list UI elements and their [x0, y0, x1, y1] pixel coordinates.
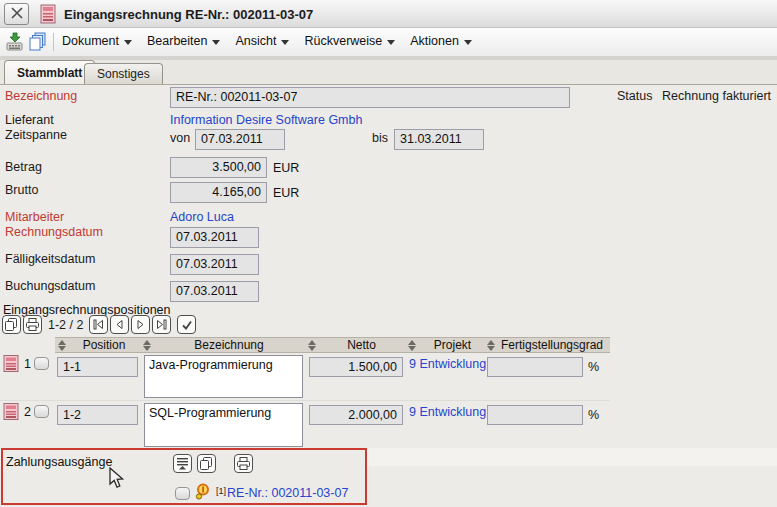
fertigstellungsgrad-field[interactable] [487, 357, 583, 377]
toolbar-divider [53, 33, 54, 51]
betrag-label: Betrag [5, 160, 42, 174]
reference-count: [1] [216, 486, 226, 496]
zahlungsausgang-link[interactable]: RE-Nr.: 002011-03-07 [227, 486, 348, 500]
zahlungsausgaenge-toolbar [173, 454, 253, 473]
position-field[interactable]: 1-1 [57, 357, 138, 377]
chevron-down-icon [464, 40, 472, 45]
copy-icon [200, 457, 213, 470]
last-page-button[interactable] [152, 315, 171, 334]
lieferant-link[interactable]: Information Desire Software Gmbh [170, 113, 362, 127]
column-header-projekt-label: Projekt [420, 338, 485, 352]
sort-icon[interactable] [487, 340, 495, 351]
projekt-link[interactable]: 9 Entwicklung [409, 357, 486, 371]
menu-rueckverweise-label: Rückverweise [304, 34, 382, 48]
close-button[interactable] [4, 3, 29, 25]
pager-range: 1-2 / 2 [48, 318, 83, 332]
row-number: 1 [24, 357, 31, 371]
von-date-field[interactable]: 07.03.2011 [195, 129, 285, 150]
brutto-label: Brutto [5, 183, 38, 197]
sort-icon[interactable] [58, 340, 66, 351]
apply-button[interactable] [177, 315, 196, 334]
chevron-down-icon [212, 40, 220, 45]
menu-bearbeiten[interactable]: Bearbeiten [147, 34, 220, 48]
rechnungsdatum-label: Rechnungsdatum [5, 225, 103, 239]
brutto-currency: EUR [273, 186, 299, 200]
menu-dokument[interactable]: Dokument [62, 34, 132, 48]
column-header-fertigstellungsgrad[interactable]: Fertigstellungsgrad [487, 338, 609, 352]
new-entry-button[interactable] [173, 454, 192, 473]
betrag-field[interactable]: 3.500,00 [170, 157, 267, 178]
first-page-icon [93, 319, 104, 330]
bezeichnung-textarea[interactable]: SQL-Programmierung [144, 403, 303, 447]
menu-ansicht-label: Ansicht [235, 34, 276, 48]
invoice-icon [38, 4, 58, 27]
mouse-cursor [109, 467, 125, 492]
zahlungsausgang-entry: [1] RE-Nr.: 002011-03-07 [175, 483, 348, 503]
tab-sonstiges-label: Sonstiges [97, 67, 150, 81]
netto-field[interactable]: 1.500,00 [309, 357, 403, 377]
percent-unit: % [588, 408, 599, 422]
rechnungsdatum-field[interactable]: 07.03.2011 [170, 227, 259, 248]
tab-strip: Stammblatt Sonstiges [0, 60, 777, 85]
last-page-icon [156, 319, 167, 330]
tab-stammblatt[interactable]: Stammblatt [4, 60, 95, 84]
prev-page-icon [114, 319, 125, 330]
zahlungsausgaenge-section: Zahlungsausgänge [1, 448, 367, 505]
column-header-netto[interactable]: Netto [308, 338, 403, 352]
list-up-icon [176, 457, 189, 470]
faelligkeitsdatum-field[interactable]: 07.03.2011 [170, 254, 259, 275]
close-icon [10, 6, 24, 23]
first-page-button[interactable] [89, 315, 108, 334]
bezeichnung-field[interactable]: RE-Nr.: 002011-03-07 [170, 87, 570, 108]
sort-icon[interactable] [408, 340, 416, 351]
menu-ansicht[interactable]: Ansicht [235, 34, 289, 48]
bezeichnung-label: Bezeichnung [5, 89, 77, 103]
betrag-currency: EUR [273, 161, 299, 175]
print-button[interactable] [23, 315, 42, 334]
faelligkeitsdatum-label: Fälligkeitsdatum [5, 252, 95, 266]
chevron-down-icon [281, 40, 289, 45]
column-header-bezeichnung[interactable]: Bezeichnung [143, 338, 303, 352]
column-header-position[interactable]: Position [58, 338, 138, 352]
entry-checkbox[interactable] [175, 487, 190, 500]
chevron-down-icon [387, 40, 395, 45]
print-button[interactable] [234, 454, 253, 473]
copy-button[interactable] [197, 454, 216, 473]
netto-field[interactable]: 2.000,00 [309, 405, 403, 425]
row-checkbox[interactable] [34, 357, 49, 370]
mitarbeiter-link[interactable]: Adoro Luca [170, 210, 234, 224]
mitarbeiter-label: Mitarbeiter [5, 210, 64, 224]
window-title: Eingangsrechnung RE-Nr.: 002011-03-07 [64, 7, 313, 22]
checkin-icon[interactable] [6, 32, 25, 54]
column-header-projekt[interactable]: Projekt [408, 338, 485, 352]
app-window: Eingangsrechnung RE-Nr.: 002011-03-07 Do… [0, 0, 777, 507]
bezeichnung-textarea[interactable]: Java-Programmierung [144, 355, 303, 398]
sort-icon[interactable] [143, 340, 151, 351]
prev-page-button[interactable] [110, 315, 129, 334]
zahlungsausgaenge-label: Zahlungsausgänge [6, 455, 112, 469]
sort-icon[interactable] [308, 340, 316, 351]
print-icon [26, 318, 39, 331]
row-number: 2 [24, 405, 31, 419]
chevron-down-icon [124, 40, 132, 45]
tab-stammblatt-label: Stammblatt [17, 66, 82, 80]
fertigstellungsgrad-field[interactable] [487, 405, 583, 425]
menu-rueckverweise[interactable]: Rückverweise [304, 34, 395, 48]
bis-date-field[interactable]: 31.03.2011 [394, 129, 484, 150]
invoice-icon[interactable] [3, 403, 19, 423]
projekt-link[interactable]: 9 Entwicklung [409, 405, 486, 419]
copy-stack-icon[interactable] [28, 32, 48, 55]
row-checkbox[interactable] [34, 405, 49, 418]
buchungsdatum-label: Buchungsdatum [5, 279, 95, 293]
next-page-button[interactable] [131, 315, 150, 334]
column-header-fertigstellungsgrad-label: Fertigstellungsgrad [495, 338, 609, 352]
brutto-field[interactable]: 4.165,00 [170, 182, 267, 203]
menu-aktionen-label: Aktionen [410, 34, 459, 48]
copy-button[interactable] [2, 315, 21, 334]
invoice-icon[interactable] [3, 355, 19, 375]
position-field[interactable]: 1-2 [57, 405, 138, 425]
copy-icon [5, 318, 18, 331]
buchungsdatum-field[interactable]: 07.03.2011 [170, 281, 259, 302]
tab-sonstiges[interactable]: Sonstiges [84, 63, 163, 84]
menu-aktionen[interactable]: Aktionen [410, 34, 472, 48]
